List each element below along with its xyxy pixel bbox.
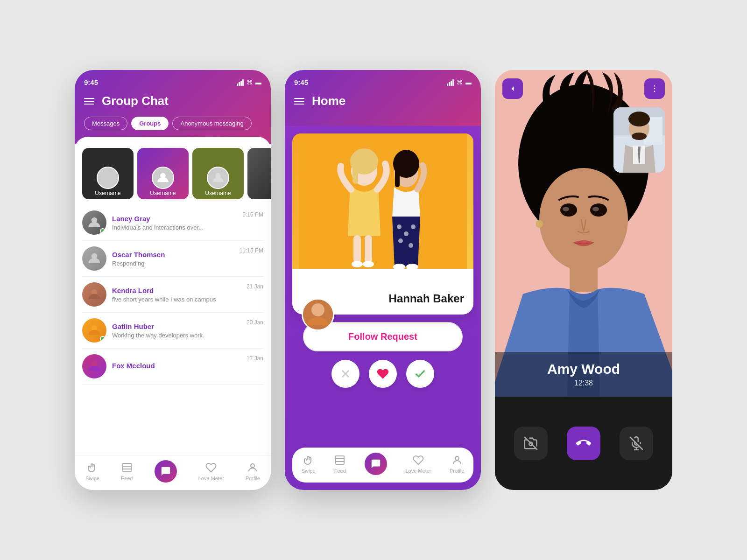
feed-icon-2 — [334, 454, 346, 466]
nav-lovemeter-2[interactable]: Love Meter — [405, 454, 431, 474]
group-avatar-circle-1 — [97, 167, 119, 189]
status-bar-2: 9:45 ⌘ ▬ — [294, 78, 472, 86]
back-button[interactable] — [502, 78, 523, 99]
svg-rect-16 — [353, 235, 361, 263]
status-time-1: 9:45 — [84, 78, 98, 86]
online-indicator-gatlin — [100, 336, 106, 342]
signal-icon — [237, 79, 244, 86]
svg-point-27 — [409, 243, 413, 248]
swipe-icon — [86, 462, 99, 474]
group-avatar-1[interactable]: Username — [82, 148, 134, 199]
group-avatar-3[interactable]: Username — [192, 148, 244, 199]
svg-point-56 — [536, 220, 543, 228]
svg-point-40 — [654, 91, 655, 92]
battery-icon: ▬ — [255, 79, 261, 86]
call-duration: 12:38 — [506, 379, 661, 387]
nav-lovemeter-1[interactable]: Love Meter — [198, 462, 224, 481]
story-card: Hannah Baker — [292, 133, 473, 315]
chat-item-fox[interactable]: Fox Mccloud 17 Jan — [82, 349, 263, 385]
profile-icon-2 — [451, 454, 463, 466]
page-title-2: Home — [312, 94, 345, 108]
svg-point-18 — [352, 261, 363, 267]
action-row — [331, 360, 434, 388]
avatar-fox — [82, 354, 106, 378]
svg-line-57 — [524, 437, 537, 450]
chat-time-gatlin: 20 Jan — [247, 318, 263, 326]
group-label-1: Username — [82, 190, 134, 196]
accept-button[interactable] — [406, 360, 434, 388]
phone1-header: 9:45 ⌘ ▬ Group Chat Messages Groups Anon… — [75, 70, 271, 144]
tab-anonymous[interactable]: Anonymous messaging — [172, 117, 251, 130]
nav-profile-2[interactable]: Profile — [450, 454, 464, 474]
like-button[interactable] — [369, 360, 397, 388]
card-avatar — [302, 298, 334, 331]
story-card-image — [292, 133, 473, 269]
group-label-3: Username — [192, 190, 244, 196]
chat-preview-kendra: five short years while I was on campus — [112, 296, 241, 303]
camera-off-button[interactable] — [514, 427, 548, 460]
chat-preview-oscar: Responding — [112, 260, 234, 267]
avatar-gatlin — [82, 318, 106, 343]
dislike-button[interactable] — [331, 360, 359, 388]
svg-rect-15 — [352, 161, 358, 184]
header-title-row-1: Group Chat — [84, 94, 261, 108]
chat-list: Laney Gray Individuals and interactions … — [75, 205, 271, 455]
nav-swipe-2[interactable]: Swipe — [302, 454, 316, 474]
nav-label-profile-1: Profile — [246, 476, 260, 481]
lovemeter-icon — [205, 462, 217, 474]
nav-label-feed-2: Feed — [334, 468, 346, 474]
chat-name-oscar: Oscar Thomsen — [112, 251, 234, 259]
nav-label-profile-2: Profile — [450, 468, 464, 474]
chat-item-laney[interactable]: Laney Gray Individuals and interactions … — [82, 205, 263, 241]
nav-label-lovemeter-2: Love Meter — [405, 468, 431, 474]
avatar-oscar — [82, 246, 106, 271]
tab-messages[interactable]: Messages — [84, 117, 127, 130]
svg-rect-17 — [365, 235, 372, 263]
group-avatar-circle-3 — [207, 167, 229, 189]
nav-profile-1[interactable]: Profile — [246, 462, 260, 481]
nav-swipe-1[interactable]: Swipe — [85, 462, 99, 481]
status-bar-1: 9:45 ⌘ ▬ — [84, 78, 261, 86]
group-label-2: Username — [137, 190, 189, 196]
bottom-nav-2: Swipe Feed Love Meter — [292, 448, 473, 483]
chat-time-laney: 5:15 PM — [242, 210, 263, 218]
hamburger-menu[interactable] — [84, 98, 94, 105]
svg-point-19 — [363, 261, 374, 267]
svg-rect-34 — [336, 456, 344, 464]
svg-point-38 — [654, 85, 655, 87]
signal-icon-2 — [447, 79, 454, 86]
swipe-icon-2 — [303, 454, 315, 466]
nav-feed-1[interactable]: Feed — [121, 462, 133, 481]
chat-item-gatlin[interactable]: Gatlin Huber Working the way developers … — [82, 313, 263, 349]
status-icons-1: ⌘ ▬ — [237, 79, 261, 86]
nav-feed-2[interactable]: Feed — [334, 454, 346, 474]
video-inset — [613, 107, 665, 173]
hamburger-menu-2[interactable] — [294, 98, 304, 105]
chat-item-kendra[interactable]: Kendra Lord five short years while I was… — [82, 277, 263, 313]
end-call-button[interactable] — [567, 427, 600, 460]
chat-item-oscar[interactable]: Oscar Thomsen Responding 11:15 PM — [82, 241, 263, 277]
nav-label-swipe-2: Swipe — [302, 468, 316, 474]
svg-point-46 — [632, 133, 647, 140]
chat-info-kendra: Kendra Lord five short years while I was… — [112, 287, 241, 303]
svg-rect-51 — [570, 264, 598, 292]
nav-label-lovemeter-1: Love Meter — [198, 476, 224, 481]
avatar-kendra — [82, 282, 106, 307]
tab-groups[interactable]: Groups — [131, 117, 169, 130]
chat-center-icon — [155, 460, 177, 483]
nav-chat-center-1[interactable] — [155, 460, 177, 483]
nav-chat-center-2[interactable] — [365, 453, 387, 475]
phone2-header: 9:45 ⌘ ▬ Home — [285, 70, 481, 126]
chat-info-laney: Laney Gray Individuals and interactions … — [112, 215, 237, 231]
more-options-button[interactable] — [644, 78, 665, 99]
svg-point-26 — [398, 238, 403, 243]
chat-info-oscar: Oscar Thomsen Responding — [112, 251, 234, 267]
mute-button[interactable] — [620, 427, 653, 460]
nav-label-feed-1: Feed — [121, 476, 133, 481]
wifi-icon-2: ⌘ — [457, 79, 463, 86]
phone-group-chat: 9:45 ⌘ ▬ Group Chat Messages Groups Anon… — [75, 70, 271, 490]
group-avatar-2[interactable]: Username — [137, 148, 189, 199]
chat-name-kendra: Kendra Lord — [112, 287, 241, 294]
phone1-body: Username Username Username — [75, 137, 271, 490]
call-header — [495, 70, 672, 106]
